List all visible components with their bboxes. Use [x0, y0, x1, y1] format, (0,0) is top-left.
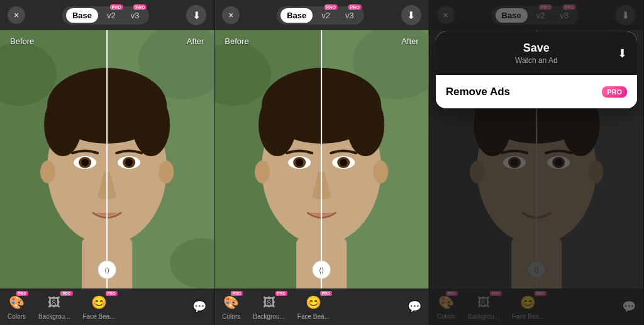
background-pro-2: PRO [275, 291, 287, 296]
download-button-3[interactable]: ⬇ [616, 5, 636, 25]
background-label-1: Backgrou... [38, 313, 70, 320]
colors-label-1: Colors [8, 313, 26, 320]
svg-point-35 [340, 159, 348, 166]
svg-point-55 [588, 161, 603, 183]
facebeauty-pro-1: PRO [106, 291, 118, 296]
face-image-2: ⟨⟩ [214, 30, 428, 288]
facebeauty-pro-2: PRO [320, 291, 332, 296]
save-download-icon: ⬇ [618, 47, 627, 60]
pro-badge-v3-2: PRO [348, 4, 362, 10]
background-icon-3: 🖼 [475, 294, 492, 311]
tab-v3-3[interactable]: v3PRO [553, 8, 575, 23]
panel-3: × Base v2PRO v3PRO ⬇ [430, 0, 644, 325]
facebeauty-tool-3[interactable]: 😊 Face Bea... PRO [512, 294, 544, 320]
version-tabs-3: Base v2PRO v3PRO [492, 6, 579, 25]
remove-ads-label: Remove Ads [446, 86, 510, 98]
facebeauty-tool-2[interactable]: 😊 Face Bea... PRO [297, 294, 330, 320]
svg-point-14 [81, 159, 89, 166]
top-bar-3: × Base v2PRO v3PRO ⬇ [430, 0, 643, 30]
facebeauty-icon-2: 😊 [304, 294, 322, 311]
svg-point-9 [132, 93, 170, 156]
colors-label-3: Colors [437, 313, 455, 320]
comment-icon-2[interactable]: 💬 [408, 300, 421, 314]
remove-ads-button[interactable]: Remove Ads PRO [436, 75, 637, 108]
face-image-1: ⟨⟩ [0, 30, 214, 288]
colors-pro-2: PRO [231, 291, 243, 296]
svg-point-16 [40, 161, 55, 183]
save-popup-overlay: Save Watch an Ad ⬇ Remove Ads PRO [436, 31, 637, 108]
top-bar-1: × Base v2PRO v3PRO ⬇ [0, 0, 214, 30]
watch-ad-text: Watch an Ad [446, 56, 627, 65]
background-tool-2[interactable]: 🖼 Backgrou... PRO [253, 294, 285, 320]
tab-base-2[interactable]: Base [280, 8, 313, 23]
svg-point-15 [125, 159, 133, 166]
tab-v3-1[interactable]: v3PRO [125, 8, 146, 23]
bottom-bar-1: 🎨 Colors PRO 🖼 Backgrou... PRO 😊 Face Be… [0, 288, 214, 325]
background-tool-1[interactable]: 🖼 Backgrou... PRO [38, 294, 70, 320]
panel-2: × Base v2PRO v3PRO ⬇ Before After [214, 0, 429, 325]
svg-point-36 [255, 161, 270, 183]
version-tabs-1: Base v2PRO v3PRO [62, 6, 150, 25]
colors-pro-1: PRO [16, 291, 28, 296]
background-tool-3[interactable]: 🖼 Backgrou... PRO [468, 294, 500, 320]
svg-point-17 [158, 161, 174, 183]
facebeauty-tool-1[interactable]: 😊 Face Bea... PRO [83, 294, 115, 320]
save-title: Save [446, 42, 627, 55]
background-icon-2: 🖼 [260, 294, 278, 311]
svg-point-52 [555, 159, 562, 166]
facebeauty-icon-3: 😊 [519, 294, 537, 311]
tab-v2-1[interactable]: v2PRO [101, 8, 122, 23]
svg-point-54 [470, 161, 485, 183]
bottom-icons-2: 🎨 Colors PRO 🖼 Backgrou... PRO 😊 Face Be… [222, 294, 330, 320]
comment-icon-3[interactable]: 💬 [622, 300, 636, 314]
tab-v3-2[interactable]: v3PRO [339, 8, 360, 23]
facebeauty-icon-1: 😊 [90, 294, 108, 311]
close-button-2[interactable]: × [222, 6, 240, 24]
background-label-3: Backgrou... [468, 313, 500, 320]
version-tabs-2: Base v2PRO v3PRO [277, 6, 364, 25]
save-popup: Save Watch an Ad ⬇ Remove Ads PRO [436, 31, 637, 108]
colors-tool-2[interactable]: 🎨 Colors PRO [222, 294, 240, 320]
background-label-2: Backgrou... [253, 313, 285, 320]
svg-point-8 [44, 93, 82, 156]
colors-tool-3[interactable]: 🎨 Colors PRO [437, 294, 455, 320]
remove-ads-pro-badge: PRO [602, 86, 627, 98]
colors-icon-2: 🎨 [223, 294, 240, 311]
svg-point-34 [296, 159, 303, 166]
comment-icon-1[interactable]: 💬 [192, 300, 206, 314]
svg-point-37 [374, 161, 389, 183]
tab-base-1[interactable]: Base [66, 8, 98, 23]
save-watch-ad-button[interactable]: Save Watch an Ad ⬇ [436, 31, 637, 75]
image-area-1: Before After [0, 30, 214, 288]
facebeauty-label-2: Face Bea... [297, 313, 330, 320]
background-icon-1: 🖼 [45, 294, 63, 311]
pro-badge-v2-2: PRO [325, 4, 338, 10]
bottom-bar-3: 🎨 Colors PRO 🖼 Backgrou... PRO 😊 Face Be… [430, 288, 643, 325]
close-button-3[interactable]: × [437, 6, 455, 24]
panel-1: × Base v2PRO v3PRO ⬇ Before After [0, 0, 214, 325]
bottom-icons-3: 🎨 Colors PRO 🖼 Backgrou... PRO 😊 Face Be… [437, 294, 545, 320]
image-area-2: Before After [214, 30, 428, 288]
svg-point-51 [511, 159, 518, 166]
colors-icon-1: 🎨 [8, 294, 25, 311]
download-button-1[interactable]: ⬇ [186, 5, 206, 25]
pro-badge-v3-1: PRO [133, 4, 147, 10]
tab-v2-2[interactable]: v2PRO [315, 8, 336, 23]
svg-point-29 [347, 93, 385, 156]
colors-label-2: Colors [222, 313, 240, 320]
close-button-1[interactable]: × [8, 6, 25, 24]
colors-tool-1[interactable]: 🎨 Colors PRO [8, 294, 26, 320]
pro-badge-v2-3: PRO [539, 4, 552, 10]
svg-text:⟨⟩: ⟨⟩ [319, 266, 324, 274]
colors-icon-3: 🎨 [437, 294, 455, 311]
facebeauty-label-1: Face Bea... [83, 313, 115, 320]
tab-v2-3[interactable]: v2PRO [530, 8, 552, 23]
tab-base-3[interactable]: Base [496, 8, 528, 23]
svg-point-28 [258, 93, 296, 156]
colors-pro-3: PRO [446, 291, 458, 296]
top-bar-2: × Base v2PRO v3PRO ⬇ [214, 0, 428, 30]
pro-badge-v2-1: PRO [110, 4, 123, 10]
svg-text:⟨⟩: ⟨⟩ [104, 266, 109, 274]
download-button-2[interactable]: ⬇ [401, 5, 421, 25]
facebeauty-pro-3: PRO [535, 291, 547, 296]
